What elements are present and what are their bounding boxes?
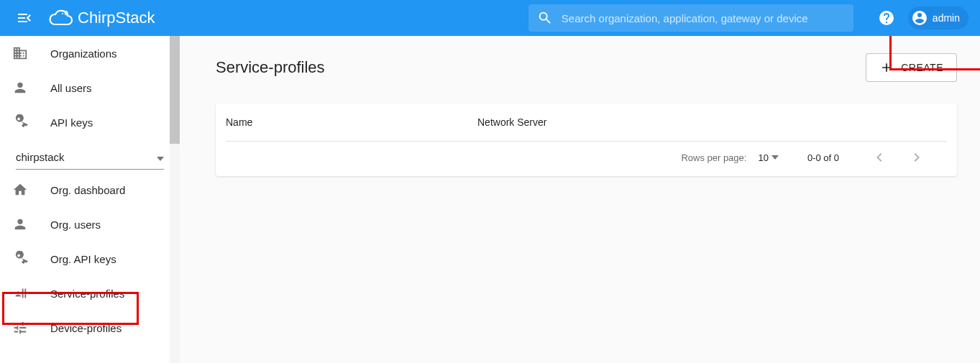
user-name: admin <box>933 12 960 24</box>
sidebar-item-organizations[interactable]: Organizations <box>0 36 180 70</box>
rows-per-page-label: Rows per page: <box>681 152 746 163</box>
sidebar-scrollbar[interactable] <box>170 36 180 363</box>
chevron-right-icon <box>908 149 925 166</box>
chevron-left-icon <box>871 149 888 166</box>
brand-logo[interactable]: ChirpStack <box>47 8 155 28</box>
create-button-label: CREATE <box>901 62 943 73</box>
global-search[interactable] <box>528 4 853 32</box>
search-input[interactable] <box>562 12 845 24</box>
organization-select-value: chirpstack <box>16 151 65 163</box>
user-chip[interactable]: admin <box>908 6 968 29</box>
table-header-row: Name Network Server <box>216 104 957 141</box>
cloud-icon <box>47 8 73 28</box>
key-icon <box>12 114 29 131</box>
plus-icon <box>879 60 894 75</box>
sidebar-item-label: API keys <box>50 116 93 129</box>
rows-per-page-select[interactable]: 10 <box>758 152 778 163</box>
person-icon <box>12 216 29 233</box>
help-button[interactable] <box>878 9 895 27</box>
main-content: Service-profiles CREATE Name Network Ser… <box>180 36 980 363</box>
sidebar-item-label: Org. dashboard <box>50 184 125 196</box>
sidebar-item-org-api-keys[interactable]: Org. API keys <box>0 242 180 276</box>
sidebar-item-label: Org. API keys <box>50 253 116 265</box>
sidebar-item-org-dashboard[interactable]: Org. dashboard <box>0 173 180 207</box>
organization-select[interactable]: chirpstack <box>16 145 164 170</box>
rows-per-page-value: 10 <box>758 152 768 163</box>
column-name[interactable]: Name <box>226 116 477 128</box>
next-page-button[interactable] <box>908 149 925 166</box>
brand-text: ChirpStack <box>78 9 155 27</box>
sidebar-item-api-keys[interactable]: API keys <box>0 105 180 139</box>
help-icon <box>878 9 895 27</box>
sidebar-item-label: Organizations <box>50 47 117 60</box>
svg-point-0 <box>62 13 63 14</box>
home-icon <box>12 181 29 198</box>
page-range: 0-0 of 0 <box>807 152 839 163</box>
sidebar-item-device-profiles[interactable]: Device-profiles <box>0 311 180 345</box>
sidebar-item-label: Device-profiles <box>50 322 122 334</box>
sidebar-item-service-profiles[interactable]: Service-profiles <box>0 276 180 311</box>
scrollbar-thumb[interactable] <box>170 36 180 144</box>
table-pagination: Rows per page: 10 0-0 of 0 <box>216 142 957 176</box>
tune-icon <box>12 319 29 336</box>
caret-down-icon <box>771 155 779 160</box>
key-icon <box>12 250 29 267</box>
sidebar-item-org-users[interactable]: Org. users <box>0 207 180 242</box>
sidebar-item-label: All users <box>50 82 92 94</box>
chevron-left-menu-icon <box>16 9 33 27</box>
service-profiles-table: Name Network Server Rows per page: 10 0-… <box>216 104 957 176</box>
caret-down-icon <box>157 151 164 163</box>
person-icon <box>12 79 29 96</box>
sidebar-item-label: Org. users <box>50 219 101 231</box>
column-network-server[interactable]: Network Server <box>477 116 947 128</box>
sidebar: Organizations All users API keys chirpst… <box>0 36 180 363</box>
search-icon <box>537 10 553 26</box>
recent-actors-icon <box>12 285 29 302</box>
sidebar-item-label: Service-profiles <box>50 288 124 300</box>
user-avatar-icon <box>911 9 928 27</box>
prev-page-button[interactable] <box>871 149 888 166</box>
collapse-sidebar-button[interactable] <box>16 9 33 27</box>
create-button[interactable]: CREATE <box>866 53 957 82</box>
domain-icon <box>12 45 29 62</box>
sidebar-item-all-users[interactable]: All users <box>0 70 180 105</box>
page-title: Service-profiles <box>216 58 325 77</box>
